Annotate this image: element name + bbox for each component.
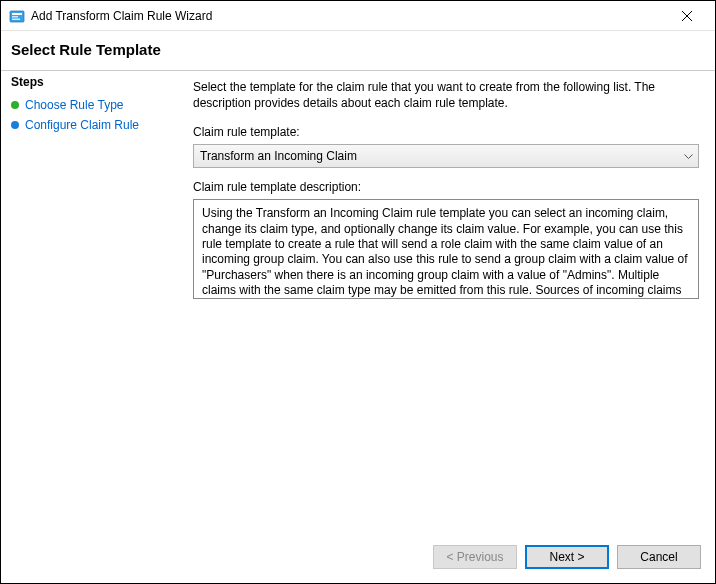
previous-button: < Previous <box>433 545 517 569</box>
cancel-button[interactable]: Cancel <box>617 545 701 569</box>
window-title: Add Transform Claim Rule Wizard <box>31 9 667 23</box>
step-choose-rule-type[interactable]: Choose Rule Type <box>11 95 167 115</box>
claim-rule-template-wrap: Transform an Incoming Claim <box>193 144 699 168</box>
steps-heading: Steps <box>11 75 167 89</box>
svg-rect-3 <box>12 18 20 20</box>
select-value: Transform an Incoming Claim <box>200 149 357 163</box>
body: Steps Choose Rule Type Configure Claim R… <box>1 71 715 535</box>
step-bullet-icon <box>11 101 19 109</box>
description-field-label: Claim rule template description: <box>193 180 699 194</box>
step-configure-claim-rule[interactable]: Configure Claim Rule <box>11 115 167 135</box>
claim-rule-template-select[interactable]: Transform an Incoming Claim <box>193 144 699 168</box>
close-icon <box>682 11 692 21</box>
step-label: Choose Rule Type <box>25 98 124 112</box>
close-button[interactable] <box>667 2 707 30</box>
step-label: Configure Claim Rule <box>25 118 139 132</box>
steps-sidebar: Steps Choose Rule Type Configure Claim R… <box>1 71 177 535</box>
titlebar: Add Transform Claim Rule Wizard <box>1 1 715 31</box>
footer: < Previous Next > Cancel <box>1 535 715 583</box>
step-bullet-icon <box>11 121 19 129</box>
instruction-text: Select the template for the claim rule t… <box>193 79 699 111</box>
page-title: Select Rule Template <box>11 41 705 58</box>
svg-rect-2 <box>12 16 18 18</box>
template-field-label: Claim rule template: <box>193 125 699 139</box>
main-content: Select the template for the claim rule t… <box>177 71 715 535</box>
app-icon <box>9 8 25 24</box>
next-button[interactable]: Next > <box>525 545 609 569</box>
header: Select Rule Template <box>1 31 715 71</box>
template-description: Using the Transform an Incoming Claim ru… <box>193 199 699 299</box>
spacer <box>193 299 699 525</box>
svg-rect-1 <box>12 13 22 15</box>
